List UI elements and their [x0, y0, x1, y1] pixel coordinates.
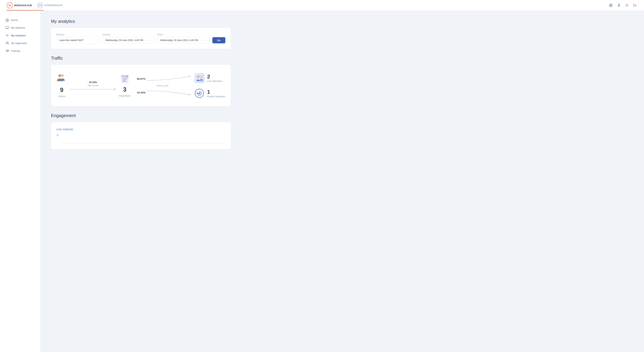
svg-point-7: [6, 42, 8, 43]
sign-up-arrow: 33.33% Sign up rate: [67, 81, 119, 90]
svg-point-9: [61, 74, 64, 77]
traffic-flow: 9 Visitors 33.33% Sign up rate: [56, 70, 226, 101]
svg-rect-13: [122, 80, 126, 80]
registrants-label: Registrants: [119, 94, 131, 97]
everwebinar-logo-circle: EW: [37, 2, 43, 8]
header-right: [608, 3, 637, 8]
session-dots: ···: [148, 39, 152, 42]
sidebar: Home My webinars My analytics: [0, 11, 40, 352]
header: W WEBINARJAM EW EVERWEBINAR: [0, 0, 644, 11]
traffic-card: 9 Visitors 33.33% Sign up rate: [51, 65, 231, 106]
event-select[interactable]: Wednesday, 30 June 2021, 4:45 PM ···: [158, 37, 210, 43]
live-label: Live attendees: [207, 80, 222, 82]
sidebar-training-label: Training: [11, 49, 20, 52]
globe-icon[interactable]: [608, 3, 613, 8]
svg-marker-28: [196, 92, 198, 94]
header-left: W WEBINARJAM EW EVERWEBINAR: [7, 2, 62, 8]
facebook-icon[interactable]: [616, 3, 621, 8]
main-content: My analytics Webinar Learn the market FA…: [40, 11, 242, 352]
svg-point-22: [197, 75, 200, 78]
svg-marker-18: [189, 76, 190, 77]
training-icon: [5, 49, 9, 53]
svg-marker-29: [199, 92, 201, 94]
webinar-value: Learn the market FAST: [59, 39, 94, 41]
sidebar-item-my-registrants[interactable]: My registrants: [0, 39, 40, 47]
webinar-dots: ···: [94, 39, 97, 42]
registrants-node: 3 Registrants: [119, 74, 131, 97]
visitors-node: 9 Visitors: [56, 73, 67, 98]
analytics-icon: [5, 33, 9, 37]
everwebinar-logo-text: EVERWEBINAR: [44, 4, 62, 6]
sign-up-label: Sign up rate: [88, 84, 98, 87]
page-title: My analytics: [51, 19, 231, 24]
svg-rect-12: [122, 78, 127, 79]
svg-rect-4: [6, 26, 9, 28]
live-attendees: 2 Live attendees: [194, 73, 226, 83]
sidebar-item-my-webinars[interactable]: My webinars: [0, 24, 40, 31]
webinarjam-logo-circle: W: [7, 2, 13, 8]
filter-card: Webinar Learn the market FAST ··· Sessio…: [51, 28, 231, 49]
registrants-count: 3: [123, 86, 126, 93]
replay-label: Replay attendees: [207, 95, 226, 98]
registrants-icon: [120, 74, 130, 85]
webinarjam-logo-text: WEBINARJAM: [14, 4, 32, 7]
sidebar-item-training[interactable]: Training: [0, 47, 40, 55]
session-select[interactable]: Wednesday, 30 June 2021, 4:45 PM ···: [102, 37, 155, 43]
event-value: Wednesday, 30 June 2021, 4:45 PM: [160, 39, 204, 41]
live-attendees-icon: [194, 73, 204, 83]
engagement-card: Live webinar 10: [51, 122, 231, 149]
sidebar-item-my-analytics[interactable]: My analytics: [0, 31, 40, 39]
replay-attendees: 1 Replay attendees: [194, 88, 226, 98]
sidebar-registrants-label: My registrants: [11, 42, 27, 44]
chart-max-label: 10: [56, 134, 59, 137]
svg-rect-24: [200, 79, 202, 81]
session-value: Wednesday, 30 June 2021, 4:45 PM: [105, 39, 148, 41]
replay-pct: 33.33%: [135, 91, 146, 94]
replay-attendees-icon: [194, 88, 204, 98]
svg-point-2: [626, 4, 628, 5]
svg-point-23: [200, 76, 202, 78]
go-button[interactable]: Go: [212, 37, 226, 43]
traffic-title: Traffic: [51, 56, 231, 61]
webinar-select[interactable]: Learn the market FAST ···: [56, 37, 100, 43]
visitors-icon: [56, 73, 67, 85]
webinarjam-logo[interactable]: W WEBINARJAM: [7, 2, 32, 8]
sign-up-rate: 33.33%: [89, 81, 97, 84]
visitors-count: 9: [60, 87, 64, 94]
registrants-icon: [5, 41, 9, 45]
user-icon[interactable]: [624, 3, 629, 8]
event-dots: ···: [204, 39, 207, 42]
visitors-label: Visitors: [58, 95, 66, 98]
engagement-subtitle: Live webinar: [56, 128, 226, 131]
attendees-col: 2 Live attendees: [194, 73, 226, 98]
everwebinar-logo[interactable]: EW EVERWEBINAR: [37, 2, 62, 8]
engagement-title: Engagement: [51, 113, 231, 118]
webinars-icon: [5, 26, 9, 29]
event-label: Event: [158, 33, 210, 36]
logo-underline: [7, 10, 44, 10]
filter-row: Webinar Learn the market FAST ··· Sessio…: [56, 33, 226, 43]
layout: Home My webinars My analytics: [0, 11, 644, 352]
sidebar-webinars-label: My webinars: [11, 26, 25, 29]
webinar-label: Webinar: [56, 33, 100, 36]
logout-icon[interactable]: [632, 3, 637, 8]
live-pct: 66.67%: [135, 77, 146, 80]
live-count: 2: [207, 73, 222, 80]
sidebar-analytics-label: My analytics: [11, 34, 26, 37]
sidebar-home-label: Home: [11, 18, 18, 21]
home-icon: [5, 18, 9, 22]
svg-rect-14: [122, 81, 126, 82]
session-label: Session: [102, 33, 155, 36]
sidebar-item-home[interactable]: Home: [0, 16, 40, 24]
replay-count: 1: [207, 89, 226, 95]
show-up-rate-label: Show up rate: [157, 85, 168, 87]
